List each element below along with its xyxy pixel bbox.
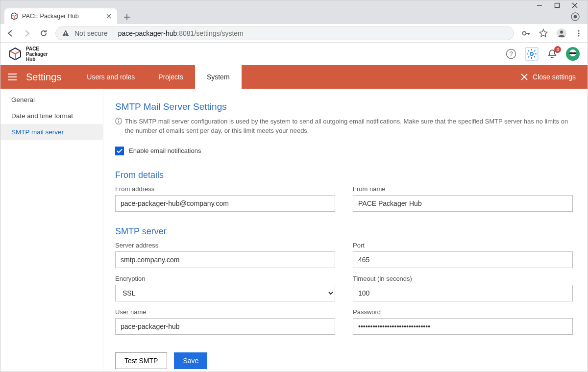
sidebar-item-general[interactable]: General [0,92,103,108]
svg-line-31 [528,56,529,57]
star-icon[interactable] [539,28,548,38]
gear-icon[interactable] [525,47,539,61]
url-path: :8081/settings/system [177,29,243,37]
svg-rect-1 [555,3,560,8]
svg-line-28 [528,50,529,51]
encryption-label: Encryption [115,275,335,282]
sidebar-item-date-time[interactable]: Date and time format [0,108,103,124]
info-text: This SMTP mail server configuration is u… [125,117,573,136]
info-icon [115,117,122,136]
tab-title: PACE Packager Hub [22,13,102,20]
hamburger-icon[interactable] [0,76,24,77]
svg-text:?: ? [509,50,513,57]
smtp-server-heading: SMTP server [115,226,573,237]
url-host: pace-packager-hub [118,29,177,37]
brand-line2: Packager [26,51,48,57]
avatar[interactable] [566,47,580,61]
svg-line-29 [534,56,535,57]
svg-point-36 [573,52,575,54]
favicon-icon [10,12,18,20]
svg-point-19 [578,32,579,34]
tab-system[interactable]: System [195,65,242,89]
timeout-label: Timeout (in seconds) [353,275,573,282]
svg-line-30 [534,50,535,51]
tab-users-and-roles[interactable]: Users and roles [75,65,147,89]
test-smtp-button[interactable]: Test SMTP [115,352,167,369]
settings-sidebar: General Date and time format SMTP mail s… [0,89,103,372]
not-secure-icon [62,29,70,37]
browser-tab[interactable]: PACE Packager Hub [4,8,117,24]
security-label: Not secure [74,29,108,37]
from-details-heading: From details [115,170,573,180]
enable-email-checkbox[interactable] [115,147,124,155]
new-tab-button[interactable] [120,10,134,24]
port-label: Port [353,242,573,249]
minimize-icon[interactable] [537,2,542,8]
notif-badge: 3 [554,46,561,53]
from-name-input[interactable] [353,195,573,212]
port-input[interactable] [353,251,573,268]
from-address-input[interactable] [115,195,335,212]
key-icon[interactable] [521,28,531,38]
svg-point-41 [118,119,119,120]
brand-line1: PACE [26,46,48,51]
brand-logo[interactable]: PACE Packager Hub [8,46,48,62]
svg-rect-10 [65,32,66,34]
enable-email-label: Enable email notifications [129,147,201,154]
from-address-label: From address [115,185,335,193]
address-bar[interactable]: Not secure pace-packager-hub:8081/settin… [55,26,514,40]
close-window-icon[interactable] [572,2,578,8]
svg-point-12 [523,31,526,35]
password-label: Password [353,308,573,316]
reload-button[interactable] [39,28,49,38]
account-indicator-icon[interactable] [571,12,580,21]
svg-point-17 [560,30,563,33]
tab-projects[interactable]: Projects [147,65,195,89]
from-name-label: From name [353,185,573,193]
tab-close-icon[interactable] [106,14,111,19]
page-title: SMTP Mail Server Settings [115,101,573,112]
window-controls [537,0,585,8]
brand-line3: Hub [26,57,48,62]
svg-point-18 [578,30,579,31]
profile-icon[interactable] [556,28,567,39]
server-address-label: Server address [115,242,335,249]
svg-point-23 [530,52,533,55]
close-settings-button[interactable]: Close settings [521,73,588,81]
help-icon[interactable]: ? [504,47,518,61]
svg-rect-11 [65,35,66,36]
svg-point-35 [570,52,572,54]
timeout-input[interactable] [353,285,573,301]
forward-button[interactable] [22,28,32,38]
close-settings-label: Close settings [533,73,576,81]
sidebar-item-smtp[interactable]: SMTP mail server [0,124,103,140]
save-button[interactable]: Save [174,352,207,369]
kebab-menu-icon[interactable] [575,29,583,37]
svg-point-9 [574,15,577,19]
username-input[interactable] [115,318,335,335]
back-button[interactable] [5,28,15,38]
bell-icon[interactable]: 3 [545,47,559,61]
server-address-input[interactable] [115,251,335,268]
password-input[interactable] [353,318,573,335]
maximize-icon[interactable] [554,2,560,8]
svg-point-20 [578,35,579,36]
settings-title: Settings [24,72,70,83]
username-label: User name [115,308,335,316]
encryption-select[interactable]: SSL [115,285,335,301]
